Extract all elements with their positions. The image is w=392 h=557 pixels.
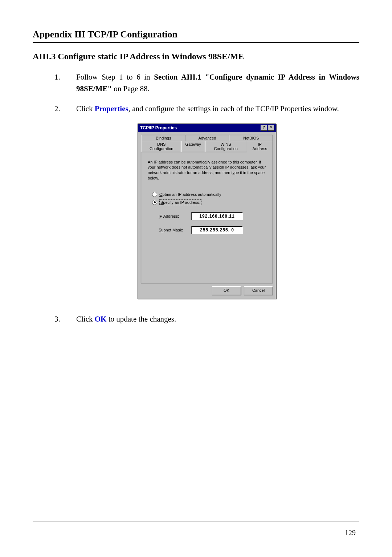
text: to update the changes. [106,315,176,323]
text: Click [76,104,95,113]
footer-rule [33,521,359,521]
section-title: AIII.3 Configure static IP Address in Wi… [33,52,359,61]
help-icon[interactable]: ? [261,125,267,131]
radio-icon[interactable] [152,200,157,205]
tab-bindings[interactable]: Bindings [142,135,185,141]
radio-specify-ip[interactable]: Specify an IP address: [152,200,266,205]
cancel-button[interactable]: Cancel [244,286,273,295]
step-2: 2. Click Properties, and configure the s… [54,103,359,115]
step-number: 3. [54,314,76,325]
radio-icon[interactable] [152,192,157,197]
step-body: Follow Step 1 to 6 in Section AIII.1 "Co… [76,72,359,94]
radio-label: Specify an IP address: [159,200,201,205]
text: Click [76,315,95,323]
header-rule [33,42,359,43]
ip-address-input[interactable]: 192.168.168.11 [191,212,243,220]
text: , and configure the settings in each of … [128,104,339,113]
step-number: 1. [54,72,76,94]
step-body: Click OK to update the changes. [76,314,359,325]
titlebar: TCP/IP Properties ? × [138,124,276,132]
steps-list: 1. Follow Step 1 to 6 in Section AIII.1 … [54,72,359,325]
text: Follow Step 1 to 6 in [76,73,154,81]
radio-label: Obtain an IP address automatically [159,192,221,197]
tab-gateway[interactable]: Gateway [181,141,205,152]
tab-dns[interactable]: DNS Configuration [142,141,181,152]
tcpip-properties-dialog: TCP/IP Properties ? × Bindings Advanced … [138,124,276,299]
tab-wins[interactable]: WINS Configuration [205,141,247,152]
text-link: OK [95,315,107,323]
tab-advanced[interactable]: Advanced [185,135,229,141]
page-header: Appendix III TCP/IP Configuration [33,29,359,40]
subnet-mask-label: Subnet Mask: [159,228,191,232]
step-number: 2. [54,103,76,115]
tab-ip-address[interactable]: IP Address [246,141,273,152]
ip-address-label: IP Address: [159,214,191,218]
dialog-body: Bindings Advanced NetBIOS DNS Configurat… [138,132,276,299]
close-icon[interactable]: × [268,125,274,131]
text-link: Properties [95,104,128,113]
step-body: Click Properties, and configure the sett… [76,103,359,115]
step-1: 1. Follow Step 1 to 6 in Section AIII.1 … [54,72,359,94]
tab-panel: An IP address can be automatically assig… [141,152,273,283]
text: on Page 88. [112,84,150,93]
dialog-screenshot: TCP/IP Properties ? × Bindings Advanced … [54,124,359,299]
ip-fields: IP Address: 192.168.168.11 Subnet Mask: … [159,212,266,234]
step-3: 3. Click OK to update the changes. [54,314,359,325]
dialog-title: TCP/IP Properties [140,125,177,130]
ok-button[interactable]: OK [212,286,241,295]
subnet-mask-input[interactable]: 255.255.255. 0 [191,226,243,234]
tab-netbios[interactable]: NetBIOS [229,135,273,141]
radio-obtain-auto[interactable]: Obtain an IP address automatically [152,192,266,197]
page-number: 129 [345,529,356,537]
description-text: An IP address can be automatically assig… [148,160,266,181]
